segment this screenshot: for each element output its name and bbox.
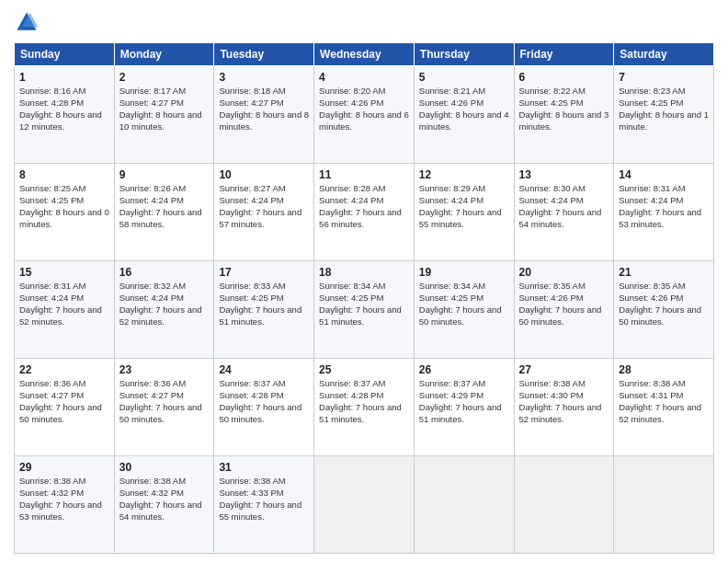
day-number: 12	[419, 167, 509, 182]
day-cell: 10Sunrise: 8:27 AMSunset: 4:24 PMDayligh…	[214, 164, 314, 261]
header	[14, 9, 714, 35]
day-number: 6	[519, 70, 609, 85]
day-cell: 1Sunrise: 8:16 AMSunset: 4:28 PMDaylight…	[15, 66, 115, 164]
day-cell: 25Sunrise: 8:37 AMSunset: 4:28 PMDayligh…	[314, 359, 415, 456]
sunrise-label: Sunrise: 8:34 AM	[419, 281, 485, 291]
sunrise-label: Sunrise: 8:36 AM	[119, 378, 186, 388]
sunset-label: Sunset: 4:24 PM	[619, 195, 683, 205]
day-cell: 12Sunrise: 8:29 AMSunset: 4:24 PMDayligh…	[414, 164, 514, 261]
sunset-label: Sunset: 4:32 PM	[19, 488, 84, 498]
sunset-label: Sunset: 4:25 PM	[219, 293, 283, 303]
sunset-label: Sunset: 4:26 PM	[519, 293, 584, 303]
day-number: 19	[419, 265, 509, 280]
daylight-label: Daylight: 7 hours and 51 minutes.	[219, 304, 301, 327]
week-row-5: 29Sunrise: 8:38 AMSunset: 4:32 PMDayligh…	[15, 456, 714, 554]
daylight-label: Daylight: 7 hours and 54 minutes.	[519, 207, 602, 229]
sunset-label: Sunset: 4:24 PM	[119, 195, 184, 205]
sunset-label: Sunset: 4:25 PM	[319, 293, 383, 303]
daylight-label: Daylight: 7 hours and 53 minutes.	[619, 207, 701, 229]
day-number: 16	[119, 265, 210, 280]
sunrise-label: Sunrise: 8:31 AM	[19, 281, 85, 291]
sunset-label: Sunset: 4:29 PM	[419, 390, 483, 400]
daylight-label: Daylight: 7 hours and 50 minutes.	[419, 304, 502, 327]
sunset-label: Sunset: 4:27 PM	[119, 390, 184, 400]
daylight-label: Daylight: 7 hours and 52 minutes.	[519, 402, 602, 424]
sunset-label: Sunset: 4:32 PM	[119, 488, 184, 498]
day-number: 20	[519, 265, 609, 280]
daylight-label: Daylight: 7 hours and 58 minutes.	[119, 207, 202, 229]
daylight-label: Daylight: 7 hours and 55 minutes.	[219, 500, 301, 522]
daylight-label: Daylight: 8 hours and 10 minutes.	[119, 109, 202, 132]
day-cell: 3Sunrise: 8:18 AMSunset: 4:27 PMDaylight…	[214, 66, 314, 164]
daylight-label: Daylight: 7 hours and 50 minutes.	[519, 304, 602, 327]
day-cell: 27Sunrise: 8:38 AMSunset: 4:30 PMDayligh…	[514, 359, 614, 456]
day-cell: 23Sunrise: 8:36 AMSunset: 4:27 PMDayligh…	[114, 359, 214, 456]
weekday-saturday: Saturday	[614, 43, 714, 66]
sunset-label: Sunset: 4:25 PM	[419, 293, 483, 303]
day-number: 26	[419, 362, 509, 377]
weekday-friday: Friday	[514, 43, 614, 66]
sunrise-label: Sunrise: 8:37 AM	[419, 378, 485, 388]
daylight-label: Daylight: 8 hours and 6 minutes.	[319, 109, 409, 132]
sunset-label: Sunset: 4:30 PM	[519, 390, 584, 400]
day-number: 27	[519, 362, 609, 377]
day-cell: 21Sunrise: 8:35 AMSunset: 4:26 PMDayligh…	[614, 261, 714, 359]
daylight-label: Daylight: 7 hours and 52 minutes.	[19, 304, 102, 327]
sunrise-label: Sunrise: 8:25 AM	[19, 183, 85, 193]
sunset-label: Sunset: 4:28 PM	[19, 98, 84, 108]
sunrise-label: Sunrise: 8:37 AM	[319, 378, 385, 388]
day-number: 9	[119, 167, 210, 182]
sunrise-label: Sunrise: 8:21 AM	[419, 86, 485, 96]
sunrise-label: Sunrise: 8:30 AM	[519, 183, 586, 193]
day-cell: 22Sunrise: 8:36 AMSunset: 4:27 PMDayligh…	[15, 359, 115, 456]
day-cell: 19Sunrise: 8:34 AMSunset: 4:25 PMDayligh…	[414, 261, 514, 359]
sunset-label: Sunset: 4:26 PM	[619, 293, 683, 303]
daylight-label: Daylight: 7 hours and 50 minutes.	[119, 402, 202, 424]
day-cell: 6Sunrise: 8:22 AMSunset: 4:25 PMDaylight…	[514, 66, 614, 164]
day-number: 5	[419, 70, 509, 85]
sunrise-label: Sunrise: 8:35 AM	[519, 281, 586, 291]
weekday-monday: Monday	[114, 43, 214, 66]
daylight-label: Daylight: 7 hours and 50 minutes.	[619, 304, 701, 327]
day-number: 18	[319, 265, 409, 280]
logo	[14, 9, 43, 35]
day-number: 8	[19, 167, 109, 182]
sunrise-label: Sunrise: 8:37 AM	[219, 378, 285, 388]
day-number: 4	[319, 70, 409, 85]
week-row-1: 1Sunrise: 8:16 AMSunset: 4:28 PMDaylight…	[15, 66, 714, 164]
daylight-label: Daylight: 7 hours and 51 minutes.	[319, 402, 402, 424]
day-number: 3	[219, 70, 309, 85]
week-row-2: 8Sunrise: 8:25 AMSunset: 4:25 PMDaylight…	[15, 164, 714, 261]
sunrise-label: Sunrise: 8:22 AM	[519, 86, 586, 96]
sunrise-label: Sunrise: 8:33 AM	[219, 281, 285, 291]
daylight-label: Daylight: 7 hours and 53 minutes.	[19, 500, 102, 522]
day-cell: 9Sunrise: 8:26 AMSunset: 4:24 PMDaylight…	[114, 164, 214, 261]
sunrise-label: Sunrise: 8:26 AM	[119, 183, 186, 193]
sunrise-label: Sunrise: 8:38 AM	[619, 378, 685, 388]
weekday-tuesday: Tuesday	[214, 43, 314, 66]
daylight-label: Daylight: 8 hours and 8 minutes.	[219, 109, 309, 132]
weekday-wednesday: Wednesday	[314, 43, 415, 66]
day-cell: 18Sunrise: 8:34 AMSunset: 4:25 PMDayligh…	[314, 261, 415, 359]
page: SundayMondayTuesdayWednesdayThursdayFrid…	[0, 0, 728, 563]
day-cell: 16Sunrise: 8:32 AMSunset: 4:24 PMDayligh…	[114, 261, 214, 359]
sunset-label: Sunset: 4:28 PM	[319, 390, 383, 400]
day-cell: 30Sunrise: 8:38 AMSunset: 4:32 PMDayligh…	[114, 456, 214, 554]
day-number: 14	[619, 167, 709, 182]
sunrise-label: Sunrise: 8:32 AM	[119, 281, 186, 291]
sunset-label: Sunset: 4:24 PM	[119, 293, 184, 303]
sunset-label: Sunset: 4:25 PM	[619, 98, 683, 108]
sunrise-label: Sunrise: 8:38 AM	[219, 476, 285, 486]
day-cell: 5Sunrise: 8:21 AMSunset: 4:26 PMDaylight…	[414, 66, 514, 164]
day-number: 15	[19, 265, 109, 280]
week-row-4: 22Sunrise: 8:36 AMSunset: 4:27 PMDayligh…	[15, 359, 714, 456]
daylight-label: Daylight: 7 hours and 50 minutes.	[219, 402, 301, 424]
daylight-label: Daylight: 7 hours and 55 minutes.	[419, 207, 502, 229]
day-number: 7	[619, 70, 709, 85]
daylight-label: Daylight: 7 hours and 52 minutes.	[619, 402, 701, 424]
sunset-label: Sunset: 4:28 PM	[219, 390, 283, 400]
sunset-label: Sunset: 4:24 PM	[319, 195, 383, 205]
sunset-label: Sunset: 4:27 PM	[119, 98, 184, 108]
sunset-label: Sunset: 4:25 PM	[519, 98, 584, 108]
day-cell: 24Sunrise: 8:37 AMSunset: 4:28 PMDayligh…	[214, 359, 314, 456]
